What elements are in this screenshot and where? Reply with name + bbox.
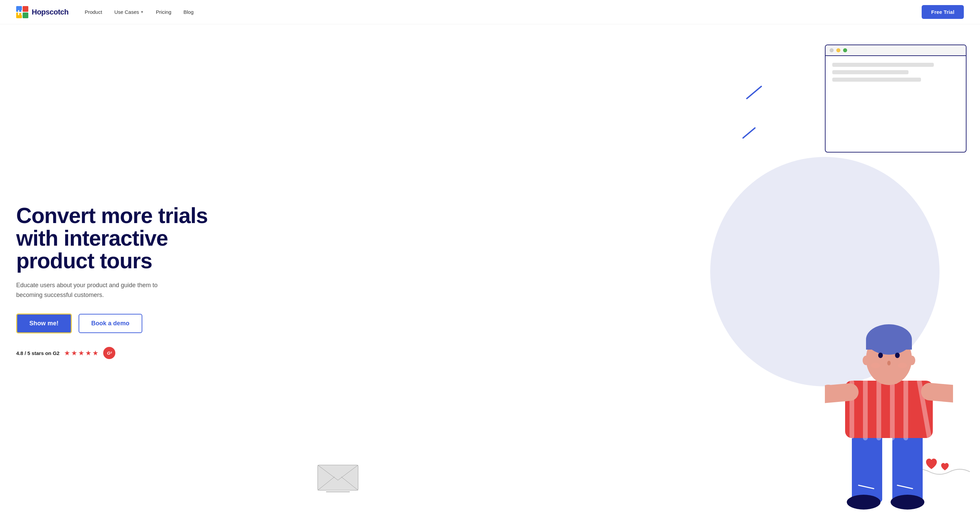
browser-dot-maximize <box>843 48 847 52</box>
svg-point-32 <box>887 361 891 366</box>
logo-link[interactable]: H Hopscotch <box>16 6 68 18</box>
svg-point-31 <box>895 353 900 358</box>
deco-line-1 <box>746 85 762 99</box>
svg-rect-3 <box>22 13 28 18</box>
browser-content <box>826 56 966 88</box>
svg-rect-1 <box>22 6 28 12</box>
hero-illustration <box>343 24 980 519</box>
svg-rect-5 <box>318 465 358 490</box>
free-trial-button[interactable]: Free Trial <box>922 5 964 19</box>
svg-point-33 <box>863 356 869 365</box>
book-demo-button[interactable]: Book a demo <box>79 314 142 333</box>
browser-dot-minimize <box>836 48 840 52</box>
star-3: ★ <box>78 349 84 357</box>
nav-pricing[interactable]: Pricing <box>156 9 171 15</box>
svg-point-34 <box>908 356 915 365</box>
rating-text: 4.8 / 5 stars on G2 <box>16 350 59 356</box>
logo-text: Hopscotch <box>32 8 68 16</box>
svg-text:H: H <box>18 8 23 17</box>
svg-rect-29 <box>866 340 912 350</box>
envelope-svg <box>316 458 360 492</box>
star-5: ★ <box>92 349 99 357</box>
character-illustration <box>825 323 953 519</box>
nav-product[interactable]: Product <box>84 9 102 15</box>
g2-badge: G² <box>103 347 115 359</box>
svg-point-35 <box>871 363 880 368</box>
envelope-illustration <box>316 458 360 492</box>
svg-point-12 <box>891 495 924 509</box>
star-1: ★ <box>64 349 70 357</box>
star-rating: ★ ★ ★ ★ ★ <box>64 349 99 357</box>
chevron-down-icon: ▼ <box>140 10 144 14</box>
browser-dot-close <box>830 48 834 52</box>
svg-point-11 <box>847 495 880 509</box>
hero-buttons: Show me! Book a demo <box>16 313 208 334</box>
logo-icon: H <box>16 6 28 18</box>
hero-subtitle: Educate users about your product and gui… <box>16 280 178 300</box>
nav-links: Product Use Cases ▼ Pricing Blog <box>84 9 922 15</box>
hero-section: Convert more trials with interactive pro… <box>0 24 980 519</box>
browser-titlebar <box>826 45 966 56</box>
nav-blog[interactable]: Blog <box>183 9 194 15</box>
deco-line-2 <box>742 127 756 139</box>
star-2: ★ <box>71 349 77 357</box>
browser-window <box>825 45 967 153</box>
rating-area: 4.8 / 5 stars on G2 ★ ★ ★ ★ ★ G² <box>16 347 208 359</box>
hero-content: Convert more trials with interactive pro… <box>16 204 208 359</box>
svg-point-30 <box>878 353 883 358</box>
navbar: H Hopscotch Product Use Cases ▼ Pricing … <box>0 0 980 24</box>
star-4: ★ <box>85 349 91 357</box>
svg-point-36 <box>898 363 907 368</box>
hero-title: Convert more trials with interactive pro… <box>16 204 208 273</box>
nav-usecases[interactable]: Use Cases ▼ <box>115 9 144 15</box>
show-me-button[interactable]: Show me! <box>16 313 72 334</box>
